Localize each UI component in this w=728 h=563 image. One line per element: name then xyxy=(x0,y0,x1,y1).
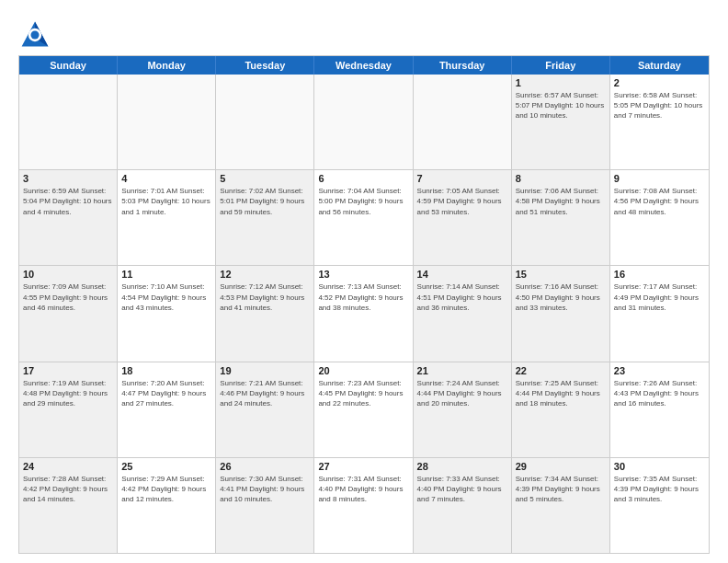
calendar-cell: 12Sunrise: 7:12 AM Sunset: 4:53 PM Dayli… xyxy=(216,266,314,361)
svg-point-3 xyxy=(31,31,40,40)
day-info: Sunrise: 7:24 AM Sunset: 4:44 PM Dayligh… xyxy=(417,378,507,409)
calendar-cell: 29Sunrise: 7:34 AM Sunset: 4:39 PM Dayli… xyxy=(512,458,610,553)
calendar-cell: 9Sunrise: 7:08 AM Sunset: 4:56 PM Daylig… xyxy=(610,170,709,265)
calendar-cell: 16Sunrise: 7:17 AM Sunset: 4:49 PM Dayli… xyxy=(610,266,709,361)
day-number: 1 xyxy=(516,77,606,88)
calendar-cell: 8Sunrise: 7:06 AM Sunset: 4:58 PM Daylig… xyxy=(512,170,610,265)
calendar-cell xyxy=(414,75,512,169)
day-number: 24 xyxy=(23,461,113,472)
day-info: Sunrise: 7:13 AM Sunset: 4:52 PM Dayligh… xyxy=(318,282,408,313)
calendar: SundayMondayTuesdayWednesdayThursdayFrid… xyxy=(18,55,710,554)
day-info: Sunrise: 7:34 AM Sunset: 4:39 PM Dayligh… xyxy=(516,474,606,505)
header xyxy=(18,15,710,52)
header-day-saturday: Saturday xyxy=(610,56,709,75)
day-info: Sunrise: 7:23 AM Sunset: 4:45 PM Dayligh… xyxy=(318,378,408,409)
calendar-cell: 4Sunrise: 7:01 AM Sunset: 5:03 PM Daylig… xyxy=(118,170,216,265)
calendar-week-1: 1Sunrise: 6:57 AM Sunset: 5:07 PM Daylig… xyxy=(19,75,709,170)
calendar-cell: 14Sunrise: 7:14 AM Sunset: 4:51 PM Dayli… xyxy=(414,266,512,361)
day-info: Sunrise: 7:30 AM Sunset: 4:41 PM Dayligh… xyxy=(220,474,310,505)
day-info: Sunrise: 7:09 AM Sunset: 4:55 PM Dayligh… xyxy=(23,282,113,313)
calendar-cell xyxy=(118,75,216,169)
day-info: Sunrise: 7:08 AM Sunset: 4:56 PM Dayligh… xyxy=(614,186,705,217)
calendar-header: SundayMondayTuesdayWednesdayThursdayFrid… xyxy=(19,56,709,75)
day-info: Sunrise: 7:29 AM Sunset: 4:42 PM Dayligh… xyxy=(121,474,211,505)
calendar-cell: 6Sunrise: 7:04 AM Sunset: 5:00 PM Daylig… xyxy=(314,170,413,265)
calendar-cell: 23Sunrise: 7:26 AM Sunset: 4:43 PM Dayli… xyxy=(610,362,709,457)
day-number: 29 xyxy=(516,461,606,472)
day-info: Sunrise: 7:16 AM Sunset: 4:50 PM Dayligh… xyxy=(516,282,606,313)
day-info: Sunrise: 7:01 AM Sunset: 5:03 PM Dayligh… xyxy=(121,186,211,217)
day-info: Sunrise: 7:05 AM Sunset: 4:59 PM Dayligh… xyxy=(417,186,507,217)
logo-icon xyxy=(18,18,51,52)
calendar-week-2: 3Sunrise: 6:59 AM Sunset: 5:04 PM Daylig… xyxy=(19,170,709,266)
calendar-cell: 19Sunrise: 7:21 AM Sunset: 4:46 PM Dayli… xyxy=(216,362,314,457)
day-info: Sunrise: 7:06 AM Sunset: 4:58 PM Dayligh… xyxy=(516,186,606,217)
day-info: Sunrise: 6:58 AM Sunset: 5:05 PM Dayligh… xyxy=(614,90,705,121)
day-number: 18 xyxy=(121,365,211,376)
day-info: Sunrise: 6:59 AM Sunset: 5:04 PM Dayligh… xyxy=(23,186,113,217)
day-info: Sunrise: 7:10 AM Sunset: 4:54 PM Dayligh… xyxy=(121,282,211,313)
day-info: Sunrise: 7:25 AM Sunset: 4:44 PM Dayligh… xyxy=(516,378,606,409)
header-day-tuesday: Tuesday xyxy=(216,56,314,75)
calendar-cell: 3Sunrise: 6:59 AM Sunset: 5:04 PM Daylig… xyxy=(19,170,118,265)
day-number: 12 xyxy=(220,269,310,280)
day-number: 19 xyxy=(220,365,310,376)
day-number: 6 xyxy=(318,173,408,184)
day-number: 10 xyxy=(23,269,113,280)
day-info: Sunrise: 7:31 AM Sunset: 4:40 PM Dayligh… xyxy=(318,474,408,505)
calendar-cell: 13Sunrise: 7:13 AM Sunset: 4:52 PM Dayli… xyxy=(314,266,413,361)
day-number: 21 xyxy=(417,365,507,376)
day-number: 11 xyxy=(121,269,211,280)
day-number: 30 xyxy=(614,461,705,472)
logo xyxy=(18,18,55,52)
day-number: 14 xyxy=(417,269,507,280)
calendar-cell: 22Sunrise: 7:25 AM Sunset: 4:44 PM Dayli… xyxy=(512,362,610,457)
day-number: 25 xyxy=(121,461,211,472)
day-number: 8 xyxy=(516,173,606,184)
calendar-cell: 17Sunrise: 7:19 AM Sunset: 4:48 PM Dayli… xyxy=(19,362,118,457)
day-info: Sunrise: 7:21 AM Sunset: 4:46 PM Dayligh… xyxy=(220,378,310,409)
calendar-cell: 21Sunrise: 7:24 AM Sunset: 4:44 PM Dayli… xyxy=(414,362,512,457)
day-info: Sunrise: 6:57 AM Sunset: 5:07 PM Dayligh… xyxy=(516,90,606,121)
day-number: 15 xyxy=(516,269,606,280)
page: SundayMondayTuesdayWednesdayThursdayFrid… xyxy=(0,0,728,563)
day-info: Sunrise: 7:02 AM Sunset: 5:01 PM Dayligh… xyxy=(220,186,310,217)
calendar-cell: 5Sunrise: 7:02 AM Sunset: 5:01 PM Daylig… xyxy=(216,170,314,265)
header-day-wednesday: Wednesday xyxy=(314,56,413,75)
day-number: 3 xyxy=(23,173,113,184)
calendar-cell xyxy=(216,75,314,169)
calendar-cell: 30Sunrise: 7:35 AM Sunset: 4:39 PM Dayli… xyxy=(610,458,709,553)
day-info: Sunrise: 7:12 AM Sunset: 4:53 PM Dayligh… xyxy=(220,282,310,313)
day-number: 9 xyxy=(614,173,705,184)
calendar-cell xyxy=(314,75,413,169)
day-number: 17 xyxy=(23,365,113,376)
calendar-cell: 20Sunrise: 7:23 AM Sunset: 4:45 PM Dayli… xyxy=(314,362,413,457)
day-info: Sunrise: 7:19 AM Sunset: 4:48 PM Dayligh… xyxy=(23,378,113,409)
calendar-week-5: 24Sunrise: 7:28 AM Sunset: 4:42 PM Dayli… xyxy=(19,458,709,553)
calendar-body: 1Sunrise: 6:57 AM Sunset: 5:07 PM Daylig… xyxy=(19,75,709,553)
calendar-cell: 28Sunrise: 7:33 AM Sunset: 4:40 PM Dayli… xyxy=(414,458,512,553)
calendar-cell: 11Sunrise: 7:10 AM Sunset: 4:54 PM Dayli… xyxy=(118,266,216,361)
calendar-cell xyxy=(19,75,118,169)
day-number: 23 xyxy=(614,365,705,376)
calendar-cell: 24Sunrise: 7:28 AM Sunset: 4:42 PM Dayli… xyxy=(19,458,118,553)
calendar-cell: 26Sunrise: 7:30 AM Sunset: 4:41 PM Dayli… xyxy=(216,458,314,553)
calendar-week-4: 17Sunrise: 7:19 AM Sunset: 4:48 PM Dayli… xyxy=(19,362,709,458)
calendar-cell: 1Sunrise: 6:57 AM Sunset: 5:07 PM Daylig… xyxy=(512,75,610,169)
day-info: Sunrise: 7:20 AM Sunset: 4:47 PM Dayligh… xyxy=(121,378,211,409)
day-number: 20 xyxy=(318,365,408,376)
day-info: Sunrise: 7:33 AM Sunset: 4:40 PM Dayligh… xyxy=(417,474,507,505)
calendar-cell: 27Sunrise: 7:31 AM Sunset: 4:40 PM Dayli… xyxy=(314,458,413,553)
day-number: 26 xyxy=(220,461,310,472)
calendar-cell: 18Sunrise: 7:20 AM Sunset: 4:47 PM Dayli… xyxy=(118,362,216,457)
day-number: 22 xyxy=(516,365,606,376)
day-number: 7 xyxy=(417,173,507,184)
day-number: 4 xyxy=(121,173,211,184)
day-number: 27 xyxy=(318,461,408,472)
day-info: Sunrise: 7:28 AM Sunset: 4:42 PM Dayligh… xyxy=(23,474,113,505)
day-info: Sunrise: 7:26 AM Sunset: 4:43 PM Dayligh… xyxy=(614,378,705,409)
day-info: Sunrise: 7:14 AM Sunset: 4:51 PM Dayligh… xyxy=(417,282,507,313)
header-day-thursday: Thursday xyxy=(414,56,512,75)
calendar-cell: 10Sunrise: 7:09 AM Sunset: 4:55 PM Dayli… xyxy=(19,266,118,361)
header-day-sunday: Sunday xyxy=(19,56,118,75)
